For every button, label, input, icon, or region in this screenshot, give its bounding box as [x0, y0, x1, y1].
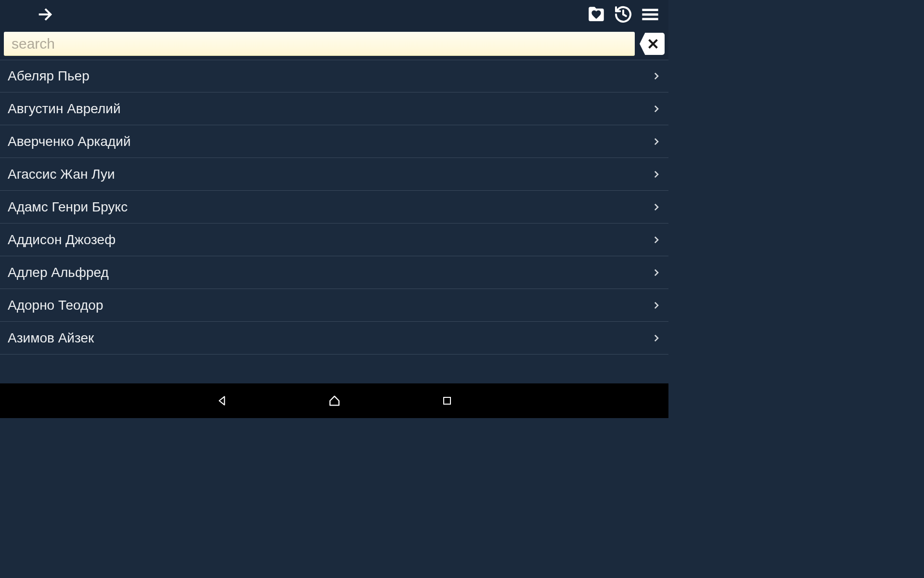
- search-input[interactable]: [4, 32, 635, 56]
- hamburger-icon: [641, 5, 659, 24]
- list-item-label: Абеляр Пьер: [8, 68, 652, 84]
- system-nav-bar: [0, 383, 668, 418]
- list-item[interactable]: Агассис Жан Луи: [0, 158, 668, 191]
- list-item-label: Адлер Альфред: [8, 265, 652, 280]
- home-icon: [328, 394, 341, 407]
- chevron-right-icon: [652, 101, 661, 117]
- triangle-back-icon: [216, 394, 228, 407]
- chevron-right-icon: [652, 232, 661, 248]
- list-item[interactable]: Адамс Генри Брукс: [0, 191, 668, 223]
- close-icon: [646, 37, 660, 51]
- list-item[interactable]: Азимов Айзек: [0, 322, 668, 355]
- list-item-label: Августин Аврелий: [8, 101, 652, 117]
- list-item[interactable]: Аддисон Джозеф: [0, 223, 668, 256]
- search-row: [0, 29, 668, 60]
- chevron-right-icon: [652, 330, 661, 346]
- chevron-right-icon: [652, 134, 661, 149]
- clear-search-button[interactable]: [640, 33, 665, 55]
- forward-button[interactable]: [35, 4, 56, 25]
- history-icon: [614, 5, 633, 24]
- history-button[interactable]: [613, 4, 634, 25]
- chevron-right-icon: [652, 265, 661, 280]
- list-item[interactable]: Абеляр Пьер: [0, 60, 668, 92]
- list-item-label: Азимов Айзек: [8, 330, 652, 346]
- chevron-right-icon: [652, 167, 661, 182]
- chevron-right-icon: [652, 199, 661, 215]
- nav-recent-button[interactable]: [439, 393, 455, 409]
- square-recent-icon: [441, 395, 453, 407]
- list-item-label: Аддисон Джозеф: [8, 232, 652, 248]
- list-item-label: Адамс Генри Брукс: [8, 199, 652, 215]
- list-item[interactable]: Августин Аврелий: [0, 92, 668, 125]
- top-bar: [0, 0, 668, 29]
- list-item[interactable]: Адорно Теодор: [0, 289, 668, 322]
- list-item[interactable]: Адлер Альфред: [0, 256, 668, 289]
- menu-button[interactable]: [640, 4, 661, 25]
- list-item-label: Адорно Теодор: [8, 298, 652, 313]
- list-item[interactable]: Аверченко Аркадий: [0, 125, 668, 158]
- favorites-button[interactable]: [586, 4, 607, 25]
- entry-list[interactable]: Абеляр ПьерАвгустин АврелийАверченко Арк…: [0, 60, 668, 383]
- svg-rect-5: [444, 397, 450, 404]
- arrow-right-icon: [37, 6, 53, 23]
- heart-folder-icon: [586, 4, 606, 25]
- list-item-label: Аверченко Аркадий: [8, 134, 652, 149]
- nav-back-button[interactable]: [214, 393, 230, 409]
- chevron-right-icon: [652, 298, 661, 313]
- list-item-label: Агассис Жан Луи: [8, 167, 652, 182]
- chevron-right-icon: [652, 68, 661, 84]
- nav-home-button[interactable]: [326, 393, 343, 409]
